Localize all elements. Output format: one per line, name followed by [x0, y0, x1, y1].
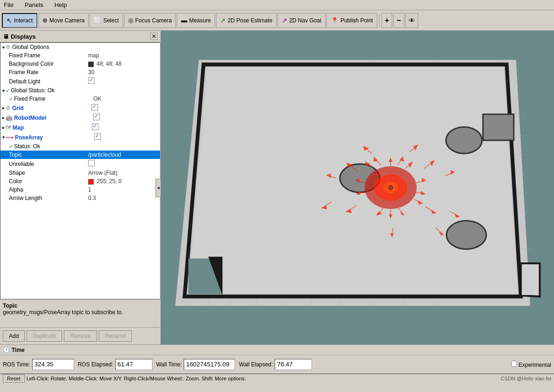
ros-time-input[interactable]	[32, 359, 74, 370]
displays-tree: ▾ ⚙ Global Options Fixed Frame map Backg…	[0, 42, 160, 299]
reset-button[interactable]: Reset	[3, 374, 25, 383]
tree-item-fixed-frame[interactable]: Fixed Frame map	[0, 51, 160, 60]
measure-icon: ▬	[181, 17, 187, 24]
ros-time-field: ROS Time:	[3, 359, 74, 370]
status-hint: Left-Click: Rotate. Middle-Click: Move X…	[27, 376, 246, 381]
ros-time-label: ROS Time:	[3, 361, 30, 368]
rename-button[interactable]: Rename	[99, 330, 132, 342]
robot-checkbox	[93, 114, 158, 122]
shape-label: Shape	[9, 170, 88, 176]
wall-elapsed-input[interactable]	[275, 359, 312, 370]
unreliable-value	[88, 160, 158, 168]
robot-icon: 🤖	[6, 115, 13, 121]
check-status-icon: ✓	[6, 88, 10, 94]
tree-item-robot-model[interactable]: ▸ 🤖 RobotModel	[0, 113, 160, 123]
wall-time-input[interactable]	[184, 359, 235, 370]
topic-label: Topic	[9, 151, 88, 158]
experimental-label: Experimental	[519, 362, 551, 368]
check-pose-icon: ✓	[9, 144, 13, 150]
tree-item-topic[interactable]: Topic /particlecloud	[0, 151, 160, 159]
tree-item-grid[interactable]: ▸ ⚙ Grid	[0, 103, 160, 113]
focus-camera-button[interactable]: ◎ Focus Camera	[124, 13, 176, 28]
expand-grid-icon: ▸	[2, 105, 5, 110]
tree-item-pose-status[interactable]: ✓ Status: Ok	[0, 142, 160, 151]
info-panel: Topic geometry_msgs/PoseArray topic to s…	[0, 299, 160, 327]
focus-icon: ◎	[128, 17, 133, 24]
pose-array-checkbox	[94, 133, 158, 141]
wall-time-label: Wall Time:	[156, 361, 182, 368]
time-title: Time	[12, 347, 25, 353]
publish-point-button[interactable]: 📍 Publish Point	[326, 13, 377, 28]
check-ff-icon: ✓	[9, 96, 13, 102]
info-title: Topic	[3, 303, 158, 309]
menu-panels[interactable]: Panels	[23, 1, 45, 9]
tree-item-global-status[interactable]: ▾ ✓ Global Status: Ok	[0, 86, 160, 95]
panel-close-button[interactable]: ✕	[150, 33, 158, 40]
alpha-label: Alpha	[9, 186, 88, 193]
monitor-icon: 🖥	[3, 33, 9, 40]
duplicate-button[interactable]: Duplicate	[27, 330, 62, 342]
map-enable-checkbox[interactable]	[92, 124, 98, 130]
tree-item-shape[interactable]: Shape Arrow (Flat)	[0, 169, 160, 177]
menu-help[interactable]: Help	[53, 1, 69, 9]
experimental-checkbox-container: Experimental	[511, 361, 551, 368]
map-checkbox	[92, 124, 158, 131]
menu-file[interactable]: File	[2, 1, 15, 9]
robot-enable-checkbox[interactable]	[93, 114, 100, 120]
pose-array-enable-checkbox[interactable]	[94, 133, 101, 140]
tree-item-frame-rate[interactable]: Frame Rate 30	[0, 68, 160, 76]
wall-time-field: Wall Time:	[156, 359, 235, 370]
nav-icon: ↗	[282, 17, 287, 24]
zoom-in-button[interactable]: +	[381, 13, 392, 28]
panel-collapse-arrow[interactable]: ◂	[155, 179, 161, 197]
expand-global-icon: ▾	[2, 45, 5, 50]
toolbar: ↖ Interact ⊕ Move Camera ⬜ Select ◎ Focu…	[0, 10, 554, 31]
nav-goal-button[interactable]: ↗ 2D Nav Goal	[277, 13, 325, 28]
tree-item-bg-color[interactable]: Background Color 48; 48; 48	[0, 60, 160, 68]
move-camera-button[interactable]: ⊕ Move Camera	[38, 13, 89, 28]
add-button[interactable]: Add	[3, 330, 25, 342]
pin-icon: 📍	[331, 17, 339, 24]
color-label: Color	[9, 178, 88, 185]
tree-item-pose-array[interactable]: ▾ ⟿ PoseArray	[0, 132, 160, 142]
default-light-value	[88, 77, 158, 85]
plus-icon: +	[385, 16, 389, 25]
tree-item-fixed-frame-status[interactable]: ✓ Fixed Frame OK	[0, 95, 160, 103]
pose-icon: ↗	[220, 17, 226, 24]
time-header: 🕐 Time	[0, 345, 554, 355]
grid-enable-checkbox[interactable]	[91, 104, 98, 110]
svg-rect-29	[483, 114, 514, 140]
pose-estimate-button[interactable]: ↗ 2D Pose Estimate	[216, 13, 277, 28]
tree-item-arrow-length[interactable]: Arrow Length 0.3	[0, 194, 160, 202]
map-icon: 🗺	[6, 124, 11, 131]
ros-elapsed-input[interactable]	[115, 359, 152, 370]
interact-button[interactable]: ↖ Interact	[2, 13, 37, 28]
measure-button[interactable]: ▬ Measure	[177, 13, 215, 28]
arrow-length-label: Arrow Length	[9, 195, 88, 201]
tree-item-color[interactable]: Color 255; 25; 0	[0, 177, 160, 186]
gear-global-icon: ⚙	[6, 44, 11, 50]
bottom-status-bar: Reset Left-Click: Rotate. Middle-Click: …	[0, 373, 554, 383]
fixed-frame-status-label: Fixed Frame	[14, 96, 93, 102]
remove-button[interactable]: Remove	[64, 330, 97, 342]
default-light-checkbox[interactable]	[88, 77, 95, 84]
toolbar-separator	[379, 14, 380, 27]
tree-item-global-options[interactable]: ▾ ⚙ Global Options	[0, 43, 160, 51]
unreliable-checkbox[interactable]	[88, 160, 95, 166]
clock-icon: 🕐	[3, 347, 10, 353]
3d-viewport[interactable]	[161, 31, 554, 344]
tree-item-alpha[interactable]: Alpha 1	[0, 186, 160, 194]
pose-array-icon: ⟿	[6, 134, 14, 141]
tree-item-default-light[interactable]: Default Light	[0, 76, 160, 86]
experimental-checkbox[interactable]	[511, 361, 517, 367]
tree-item-unreliable[interactable]: Unreliable	[0, 159, 160, 169]
global-options-label: Global Options	[12, 44, 91, 50]
panel-title: 🖥 Displays	[3, 33, 35, 40]
svg-marker-32	[521, 263, 540, 296]
gear-grid-icon: ⚙	[6, 105, 11, 111]
zoom-out-button[interactable]: −	[393, 13, 404, 28]
view-options-button[interactable]: 👁	[405, 13, 418, 28]
select-button[interactable]: ⬜ Select	[90, 13, 123, 28]
tree-item-map[interactable]: ▸ 🗺 Map	[0, 123, 160, 132]
frame-rate-value: 30	[88, 69, 158, 76]
